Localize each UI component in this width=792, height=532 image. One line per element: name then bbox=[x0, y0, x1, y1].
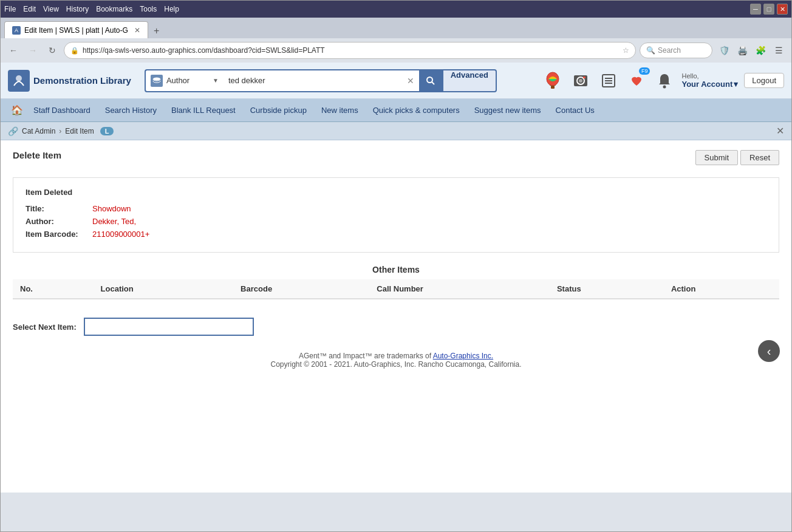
footer: AGent™ and Impact™ are trademarks of Aut… bbox=[13, 342, 779, 378]
minimize-button[interactable]: ─ bbox=[750, 4, 761, 15]
page-header: Delete Item Submit Reset bbox=[13, 150, 779, 165]
select-next-label: Select Next Item: bbox=[13, 322, 77, 332]
home-icon-button[interactable]: 🏠 bbox=[8, 101, 26, 120]
forward-button[interactable]: → bbox=[25, 43, 41, 58]
back-button[interactable]: ← bbox=[5, 43, 21, 58]
favorites-icon-button[interactable]: F9 bbox=[626, 70, 647, 92]
window-controls: ─ □ ✕ bbox=[750, 4, 788, 15]
notifications-icon-button[interactable] bbox=[654, 70, 675, 92]
svg-rect-6 bbox=[551, 86, 555, 89]
list-icon-button[interactable] bbox=[598, 70, 620, 92]
menu-help[interactable]: Help bbox=[164, 5, 179, 13]
active-tab[interactable]: A Edit Item | SWLS | platt | Auto-G ✕ bbox=[4, 21, 148, 38]
nav-curbside-pickup[interactable]: Curbside pickup bbox=[243, 99, 314, 122]
nav-staff-dashboard[interactable]: Staff Dashboard bbox=[26, 99, 98, 122]
author-row: Author: Dekker, Ted, bbox=[26, 217, 766, 226]
title-bar: File Edit View History Bookmarks Tools H… bbox=[1, 1, 791, 18]
nav-search-history[interactable]: Search History bbox=[98, 99, 164, 122]
svg-point-11 bbox=[579, 79, 582, 83]
browser-actions: 🛡️ 🖨️ 🧩 ☰ bbox=[716, 43, 787, 58]
page-title: Delete Item bbox=[13, 150, 61, 160]
extension-icon[interactable]: 🧩 bbox=[753, 43, 768, 58]
barcode-value: 211009000001+ bbox=[92, 230, 149, 239]
url-bar[interactable]: 🔒 https://qa-swls-verso.auto-graphics.co… bbox=[64, 42, 636, 59]
search-input-wrap: ✕ bbox=[224, 69, 419, 92]
nav-contact-us[interactable]: Contact Us bbox=[548, 99, 602, 122]
other-items-title: Other Items bbox=[13, 265, 779, 275]
svg-point-2 bbox=[427, 77, 432, 83]
deleted-info-section: Item Deleted Title: Showdown Author: Dek… bbox=[13, 177, 779, 253]
col-action: Action bbox=[664, 279, 779, 299]
breadcrumb-link-icon: 🔗 bbox=[8, 126, 18, 136]
logo-icon bbox=[8, 70, 30, 92]
svg-line-3 bbox=[432, 82, 434, 84]
col-barcode: Barcode bbox=[233, 279, 369, 299]
back-float-button[interactable]: ‹ bbox=[758, 340, 780, 362]
nav-blank-ill-request[interactable]: Blank ILL Request bbox=[164, 99, 243, 122]
breadcrumb-edit-item[interactable]: Edit Item bbox=[65, 127, 94, 135]
action-buttons: Submit Reset bbox=[695, 150, 779, 165]
balloon-icon-button[interactable] bbox=[542, 70, 564, 92]
search-clear-icon[interactable]: ✕ bbox=[407, 76, 414, 86]
browser-search-bar[interactable]: 🔍 Search bbox=[640, 43, 712, 58]
select-next-section: Select Next Item: bbox=[13, 312, 779, 342]
item-deleted-badge: Item Deleted bbox=[26, 188, 766, 197]
menu-icon[interactable]: ☰ bbox=[771, 43, 787, 58]
other-items-section: Other Items No. Location Barcode Call Nu… bbox=[13, 265, 779, 299]
tab-close-button[interactable]: ✕ bbox=[134, 26, 140, 35]
address-bar: ← → ↻ 🔒 https://qa-swls-verso.auto-graph… bbox=[1, 38, 791, 63]
search-go-button[interactable] bbox=[419, 69, 443, 92]
col-status: Status bbox=[550, 279, 664, 299]
shields-icon[interactable]: 🛡️ bbox=[716, 43, 732, 58]
f9-badge: F9 bbox=[639, 67, 650, 75]
tab-bar: A Edit Item | SWLS | platt | Auto-G ✕ + bbox=[1, 18, 791, 38]
author-value: Dekker, Ted, bbox=[92, 217, 136, 226]
menu-edit[interactable]: Edit bbox=[23, 5, 36, 13]
svg-point-17 bbox=[663, 85, 666, 88]
app-logo: Demonstration Library bbox=[8, 70, 131, 92]
svg-rect-12 bbox=[583, 77, 585, 78]
title-label: Title: bbox=[26, 204, 92, 213]
logout-button[interactable]: Logout bbox=[744, 73, 784, 88]
nav-suggest-new-items[interactable]: Suggest new items bbox=[467, 99, 548, 122]
advanced-search-button[interactable]: Advanced bbox=[443, 69, 497, 92]
author-label: Author: bbox=[26, 217, 92, 226]
col-call-number: Call Number bbox=[369, 279, 550, 299]
menu-history[interactable]: History bbox=[66, 5, 89, 13]
select-next-input[interactable] bbox=[84, 318, 254, 336]
footer-link[interactable]: Auto-Graphics Inc. bbox=[433, 352, 493, 360]
print-icon[interactable]: 🖨️ bbox=[734, 43, 750, 58]
close-button[interactable]: ✕ bbox=[777, 4, 788, 15]
nav-quick-picks[interactable]: Quick picks & computers bbox=[366, 99, 467, 122]
maximize-button[interactable]: □ bbox=[763, 4, 774, 15]
menu-view[interactable]: View bbox=[43, 5, 59, 13]
breadcrumb-close-button[interactable]: ✕ bbox=[776, 125, 784, 137]
reload-button[interactable]: ↻ bbox=[44, 43, 60, 58]
database-icon bbox=[151, 75, 163, 87]
main-content: Delete Item Submit Reset Item Deleted Ti… bbox=[1, 140, 791, 493]
camera-icon-button[interactable] bbox=[570, 70, 592, 92]
menu-file[interactable]: File bbox=[4, 5, 16, 13]
submit-button[interactable]: Submit bbox=[695, 150, 738, 165]
menu-bar: File Edit View History Bookmarks Tools H… bbox=[4, 1, 179, 18]
search-type-dropdown[interactable]: Author ▼ bbox=[145, 69, 224, 92]
footer-copyright: Copyright © 2001 - 2021. Auto-Graphics, … bbox=[22, 360, 770, 369]
footer-text1: AGent™ and Impact™ are trademarks of bbox=[299, 352, 433, 360]
bookmark-icon[interactable]: ☆ bbox=[623, 46, 629, 55]
search-container: Author ▼ ✕ Advanced bbox=[145, 69, 497, 92]
menu-tools[interactable]: Tools bbox=[140, 5, 157, 13]
breadcrumb-badge: L bbox=[100, 127, 114, 135]
title-row: Title: Showdown bbox=[26, 204, 766, 213]
new-tab-button[interactable]: + bbox=[149, 24, 164, 38]
nav-new-items[interactable]: New items bbox=[314, 99, 366, 122]
reset-button[interactable]: Reset bbox=[740, 150, 779, 165]
header-right: F9 Hello, Your Account ▾ Logout bbox=[542, 70, 784, 92]
search-type-label: Author bbox=[166, 76, 189, 85]
barcode-row: Item Barcode: 211009000001+ bbox=[26, 230, 766, 239]
menu-bookmarks[interactable]: Bookmarks bbox=[96, 5, 132, 13]
search-input[interactable] bbox=[228, 76, 407, 85]
breadcrumb-cat-admin[interactable]: Cat Admin bbox=[22, 127, 55, 135]
account-link[interactable]: Your Account ▾ bbox=[681, 80, 738, 89]
breadcrumb-bar: 🔗 Cat Admin › Edit Item L ✕ bbox=[1, 122, 791, 140]
breadcrumb-separator: › bbox=[59, 127, 61, 135]
